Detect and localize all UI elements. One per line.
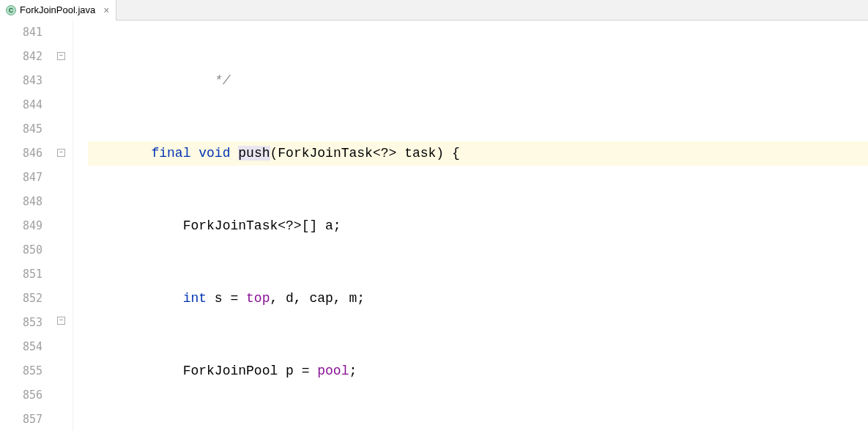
line-number: 849 bbox=[0, 214, 42, 238]
line-number: 855 bbox=[0, 359, 42, 383]
line-number: 842 bbox=[0, 45, 42, 69]
java-class-icon: C bbox=[6, 5, 16, 15]
fold-marker-icon[interactable]: − bbox=[57, 317, 65, 325]
line-number: 844 bbox=[0, 93, 42, 117]
line-number: 847 bbox=[0, 166, 42, 190]
editor-area: 841 842 843 844 845 846 847 848 849 850 … bbox=[0, 21, 868, 431]
line-number: 850 bbox=[0, 238, 42, 262]
fold-gutter: − − − bbox=[51, 21, 73, 431]
line-number-gutter: 841 842 843 844 845 846 847 848 849 850 … bbox=[0, 21, 51, 431]
line-number: 848 bbox=[0, 190, 42, 214]
line-number: 854 bbox=[0, 335, 42, 359]
tab-bar: C ForkJoinPool.java × bbox=[0, 0, 868, 21]
svg-text:C: C bbox=[9, 7, 14, 14]
line-number: 841 bbox=[0, 21, 42, 45]
code-line: */ bbox=[88, 69, 868, 93]
tab-file[interactable]: C ForkJoinPool.java × bbox=[0, 0, 116, 21]
code-line: final void push(ForkJoinTask<?> task) { bbox=[88, 141, 868, 166]
line-number: 853 bbox=[0, 311, 42, 335]
code-line: int s = top, d, cap, m; bbox=[88, 287, 868, 311]
line-number: 845 bbox=[0, 117, 42, 141]
line-number: 852 bbox=[0, 287, 42, 311]
line-number: 856 bbox=[0, 383, 42, 408]
line-number: 843 bbox=[0, 69, 42, 93]
tab-filename: ForkJoinPool.java bbox=[20, 4, 95, 15]
line-number: 846 bbox=[0, 141, 42, 166]
line-number: 851 bbox=[0, 262, 42, 287]
line-number: 857 bbox=[0, 408, 42, 431]
code-line: ForkJoinTask<?>[] a; bbox=[88, 214, 868, 238]
fold-marker-icon[interactable]: − bbox=[57, 149, 65, 157]
code-line: ForkJoinPool p = pool; bbox=[88, 359, 868, 383]
fold-marker-icon[interactable]: − bbox=[57, 52, 65, 60]
code-content[interactable]: */ final void push(ForkJoinTask<?> task)… bbox=[73, 21, 868, 431]
close-icon[interactable]: × bbox=[103, 4, 109, 16]
